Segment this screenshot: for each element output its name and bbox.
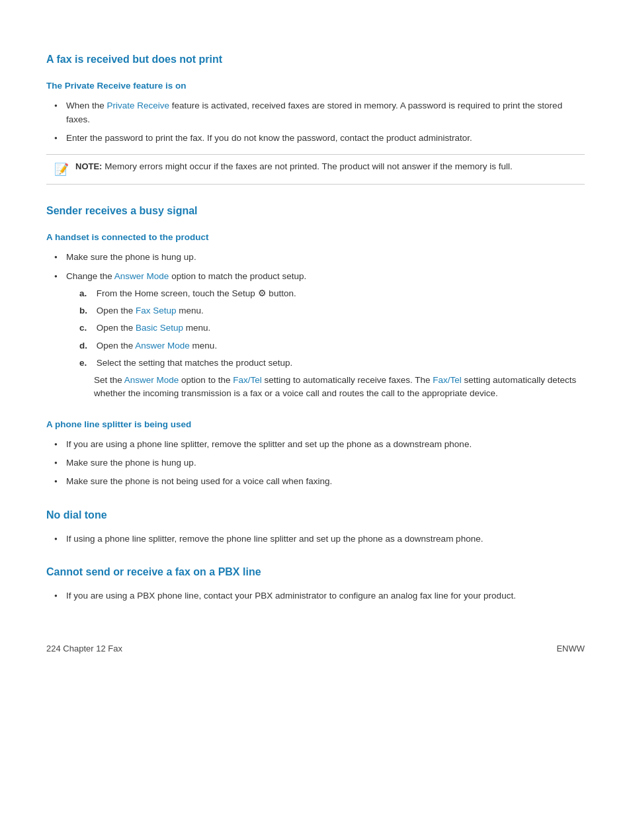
section3-bullet-list: If using a phone line splitter, remove t… xyxy=(46,532,585,546)
note-box: 📝 NOTE: Memory errors might occur if the… xyxy=(46,154,585,185)
item-text: When the Private Receive feature is acti… xyxy=(66,99,585,126)
sub-para: Set the Answer Mode option to the Fax/Te… xyxy=(66,374,585,401)
sub-item-text: From the Home screen, touch the Setup ⚙ … xyxy=(94,287,296,300)
item-text: If you are using a PBX phone line, conta… xyxy=(66,589,516,603)
section1-title: A fax is received but does not print xyxy=(46,52,585,67)
list-item: Change the Answer Mode option to match t… xyxy=(46,270,585,406)
item-text: Change the Answer Mode option to match t… xyxy=(66,270,585,406)
list-item: If using a phone line splitter, remove t… xyxy=(46,532,585,546)
footer-right: ENWW xyxy=(556,642,585,655)
answer-mode-link3[interactable]: Answer Mode xyxy=(124,375,179,385)
fax-setup-link[interactable]: Fax Setup xyxy=(136,306,177,315)
item-text: If using a phone line splitter, remove t… xyxy=(66,532,483,546)
list-item: If you are using a phone line splitter, … xyxy=(46,438,585,451)
basic-setup-link[interactable]: Basic Setup xyxy=(136,323,183,333)
note-text: NOTE: Memory errors might occur if the f… xyxy=(75,160,513,173)
sub-list-item-e: e. Select the setting that matches the p… xyxy=(66,357,585,370)
section2-sub2-title: A phone line splitter is being used xyxy=(46,418,585,431)
section4-title: Cannot send or receive a fax on a PBX li… xyxy=(46,564,585,580)
item-text: Make sure the phone is hung up. xyxy=(66,251,196,264)
sub-item-label: b. xyxy=(79,304,94,317)
footer-left: 224 Chapter 12 Fax xyxy=(46,642,122,655)
item-text: Enter the password to print the fax. If … xyxy=(66,132,472,145)
item-text: Make sure the phone is not being used fo… xyxy=(66,475,332,488)
list-item: When the Private Receive feature is acti… xyxy=(46,99,585,126)
section4-bullet-list: If you are using a PBX phone line, conta… xyxy=(46,589,585,603)
section1-bullet-list: When the Private Receive feature is acti… xyxy=(46,99,585,145)
sub-item-text: Open the Fax Setup menu. xyxy=(94,304,204,317)
private-receive-link[interactable]: Private Receive xyxy=(107,101,170,110)
sub-list-item-c: c. Open the Basic Setup menu. xyxy=(66,321,585,335)
list-item: If you are using a PBX phone line, conta… xyxy=(46,589,585,603)
note-body: Memory errors might occur if the faxes a… xyxy=(105,161,513,171)
item-text: If you are using a phone line splitter, … xyxy=(66,438,472,451)
section2-sub2-bullet-list: If you are using a phone line splitter, … xyxy=(46,438,585,489)
list-item: Enter the password to print the fax. If … xyxy=(46,132,585,145)
sub-list-item-a: a. From the Home screen, touch the Setup… xyxy=(66,287,585,300)
section3-title: No dial tone xyxy=(46,507,585,523)
list-item: Make sure the phone is hung up. xyxy=(46,456,585,470)
sub-list: a. From the Home screen, touch the Setup… xyxy=(66,287,585,370)
list-item: Make sure the phone is not being used fo… xyxy=(46,475,585,488)
answer-mode-link[interactable]: Answer Mode xyxy=(114,271,169,281)
sub-list-item-b: b. Open the Fax Setup menu. xyxy=(66,304,585,317)
list-item: Make sure the phone is hung up. xyxy=(46,251,585,264)
item-text: Make sure the phone is hung up. xyxy=(66,456,196,470)
sub-item-text: Select the setting that matches the prod… xyxy=(94,357,292,370)
page-footer: 224 Chapter 12 Fax ENWW xyxy=(46,642,585,655)
sub-item-label: c. xyxy=(79,321,94,335)
section1-sub1-title: The Private Receive feature is on xyxy=(46,79,585,93)
sub-list-item-d: d. Open the Answer Mode menu. xyxy=(66,339,585,353)
fax-tel-link1[interactable]: Fax/Tel xyxy=(233,375,262,385)
sub-item-text: Open the Basic Setup menu. xyxy=(94,321,210,335)
note-label: NOTE: xyxy=(75,161,102,171)
section2-bullet-list: Make sure the phone is hung up. Change t… xyxy=(46,251,585,405)
sub-item-label: d. xyxy=(79,339,94,353)
sub-item-label: e. xyxy=(79,357,94,370)
sub-item-text: Open the Answer Mode menu. xyxy=(94,339,217,353)
section2-sub1-title: A handset is connected to the product xyxy=(46,231,585,244)
fax-tel-link2[interactable]: Fax/Tel xyxy=(433,375,462,385)
note-icon: 📝 xyxy=(54,161,69,179)
sub-item-label: a. xyxy=(79,287,94,300)
answer-mode-link2[interactable]: Answer Mode xyxy=(135,341,190,351)
section2-title: Sender receives a busy signal xyxy=(46,203,585,219)
